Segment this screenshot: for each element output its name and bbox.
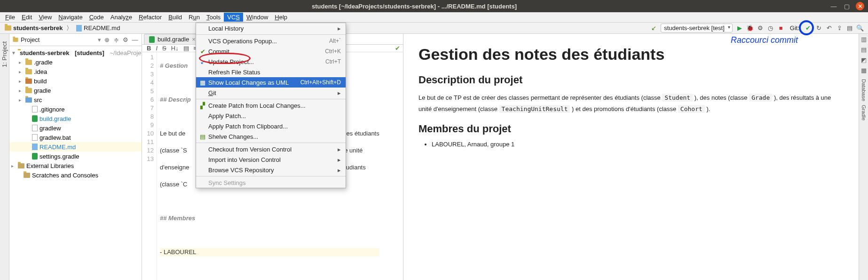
menu-help[interactable]: Help — [271, 13, 291, 22]
tree-node[interactable]: ▸.idea — [9, 67, 142, 76]
menu-file[interactable]: File — [2, 13, 18, 22]
history-icon[interactable]: ↻ — [814, 24, 823, 33]
hide-icon[interactable]: — — [131, 36, 139, 44]
window-titlebar: students [~/IdeaProjects/students-serbre… — [0, 0, 868, 12]
menu-checkout-vcs[interactable]: Checkout from Version Control — [196, 144, 346, 154]
preview-list-item: LABOUREL, Arnaud, groupe 1 — [432, 141, 844, 148]
tree-file[interactable]: gradlew.bat — [9, 133, 142, 142]
uml-icon: ▦ — [199, 79, 206, 86]
menu-build[interactable]: Build — [165, 13, 185, 22]
project-panel-header: Project ▾ ⊕ ≑ ⚙ — — [9, 34, 142, 46]
run-config-dropdown[interactable]: students-serbrek [test] — [661, 24, 733, 32]
menu-refactor[interactable]: Refactor — [135, 13, 165, 22]
preview-view-icon2[interactable]: ▤ — [860, 45, 868, 54]
folder-icon — [5, 25, 11, 31]
tree-node[interactable]: ▸build — [9, 76, 142, 86]
menu-navigate[interactable]: Navigate — [55, 13, 86, 22]
stop-icon[interactable]: ■ — [776, 24, 786, 33]
project-tool-tab[interactable]: 1: Project — [0, 39, 9, 70]
tree-file[interactable]: .gitignore — [9, 104, 142, 114]
revert-icon[interactable]: ↶ — [824, 24, 834, 33]
menu-commit[interactable]: ✔Commit...Ctrl+K — [196, 46, 346, 56]
tree-scratches[interactable]: Scratches and Consoles — [9, 170, 142, 180]
close-tab-icon[interactable]: × — [192, 36, 196, 43]
breadcrumb-file[interactable]: README.md — [74, 24, 122, 32]
left-tool-stripe: 1: Project — [0, 34, 9, 280]
editor-tab[interactable]: build.gradle× — [144, 34, 201, 44]
preview-list: LABOUREL, Arnaud, groupe 1 — [432, 141, 844, 148]
preview-view-icon3[interactable]: ◩ — [860, 56, 868, 64]
navigation-toolbar: students-serbrek 〉 README.md ↙ students-… — [0, 23, 868, 34]
menu-update-project[interactable]: ↙Update Project...Ctrl+T — [196, 56, 346, 67]
preview-h2: Membres du projet — [418, 123, 844, 135]
run-icon[interactable]: ▶ — [735, 24, 744, 33]
collapse-icon[interactable]: ≑ — [112, 36, 120, 44]
menu-view[interactable]: View — [35, 13, 55, 22]
preview-paragraph: Le but de ce TP est de créer des classes… — [418, 92, 844, 114]
gradle-tool-tab[interactable]: Gradle — [861, 105, 867, 120]
preview-h2: Description du projet — [418, 74, 844, 86]
settings-icon[interactable]: ⚙ — [122, 36, 129, 44]
search-icon[interactable]: 🔍 — [855, 24, 865, 33]
minimize-button[interactable]: — — [829, 2, 838, 10]
menu-git[interactable]: Git — [196, 88, 346, 98]
heading-button[interactable]: H↓ — [171, 45, 179, 52]
maximize-button[interactable]: ▢ — [843, 2, 851, 10]
menu-run[interactable]: Run — [185, 13, 203, 22]
code-button[interactable]: ▤ — [183, 45, 189, 52]
markdown-preview[interactable]: Gestion des notes des étudiants Descript… — [403, 34, 859, 280]
tree-node[interactable]: ▸src — [9, 95, 142, 104]
commit-icon[interactable]: ✔ — [803, 24, 813, 33]
menu-local-history[interactable]: Local History — [196, 23, 346, 33]
menu-import-vcs[interactable]: Import into Version Control — [196, 154, 346, 165]
tree-file-selected[interactable]: README.md — [9, 142, 142, 152]
menu-vcs[interactable]: VCS — [224, 13, 243, 22]
tree-file[interactable]: gradlew — [9, 123, 142, 133]
structure-icon[interactable]: ▤ — [845, 24, 854, 33]
italic-button[interactable]: I — [156, 45, 158, 52]
check-icon: ✔ — [199, 48, 206, 55]
push-icon[interactable]: ⇪ — [835, 24, 844, 33]
strike-button[interactable]: S — [162, 45, 166, 52]
menu-show-uml[interactable]: ▦Show Local Changes as UMLCtrl+Alt+Shift… — [196, 77, 346, 88]
vcs-update-icon[interactable]: ↙ — [649, 24, 658, 33]
close-button[interactable]: ✕ — [856, 2, 864, 10]
debug-icon[interactable]: 🐞 — [745, 24, 755, 33]
project-tree[interactable]: ▼ students-serbrek [students] ~/IdeaProj… — [9, 46, 142, 280]
right-tool-stripe: ▥ ▤ ◩ ▦ Database Gradle — [859, 34, 868, 280]
menu-shelve[interactable]: ▤Shelve Changes... — [196, 131, 346, 142]
menu-tools[interactable]: Tools — [203, 13, 224, 22]
menu-apply-patch-clipboard[interactable]: Apply Patch from Clipboard... — [196, 121, 346, 131]
patch-icon: ▞ — [199, 102, 206, 109]
menu-analyze[interactable]: Analyze — [107, 13, 135, 22]
menu-sync-settings: Sync Settings — [196, 177, 346, 188]
menu-vcs-operations[interactable]: VCS Operations Popup...Alt+` — [196, 36, 346, 46]
coverage-icon[interactable]: ⚙ — [756, 24, 765, 33]
menu-code[interactable]: Code — [86, 13, 107, 22]
menu-refresh-status[interactable]: Refresh File Status — [196, 67, 346, 77]
tree-external-libs[interactable]: ▸External Libraries — [9, 161, 142, 170]
menu-create-patch[interactable]: ▞Create Patch from Local Changes... — [196, 100, 346, 111]
menu-browse-repo[interactable]: Browse VCS Repository — [196, 165, 346, 175]
update-icon: ↙ — [199, 58, 206, 65]
vcs-dropdown-menu: Local History VCS Operations Popup...Alt… — [196, 23, 346, 188]
preview-h1: Gestion des notes des étudiants — [418, 45, 844, 64]
locate-icon[interactable]: ⊕ — [103, 36, 110, 44]
tree-node[interactable]: ▸.gradle — [9, 57, 142, 67]
profile-icon[interactable]: ◷ — [766, 24, 775, 33]
bold-button[interactable]: B — [147, 45, 151, 52]
project-panel: Project ▾ ⊕ ≑ ⚙ — ▼ students-serbrek [st… — [9, 34, 142, 280]
tree-root[interactable]: ▼ students-serbrek [students] ~/IdeaProj… — [9, 48, 142, 57]
tree-node[interactable]: ▸gradle — [9, 86, 142, 95]
git-label: Git: — [790, 24, 799, 32]
menu-edit[interactable]: Edit — [18, 13, 35, 22]
preview-view-icon1[interactable]: ▥ — [860, 35, 868, 43]
project-panel-title[interactable]: Project — [21, 36, 96, 43]
preview-view-icon4[interactable]: ▦ — [860, 66, 868, 74]
breadcrumb-project[interactable]: students-serbrek 〉 — [3, 24, 74, 32]
tree-file[interactable]: build.gradle — [9, 114, 142, 123]
tree-file[interactable]: settings.gradle — [9, 152, 142, 161]
menu-window[interactable]: Window — [243, 13, 271, 22]
menu-apply-patch[interactable]: Apply Patch... — [196, 111, 346, 121]
database-tool-tab[interactable]: Database — [861, 79, 867, 101]
